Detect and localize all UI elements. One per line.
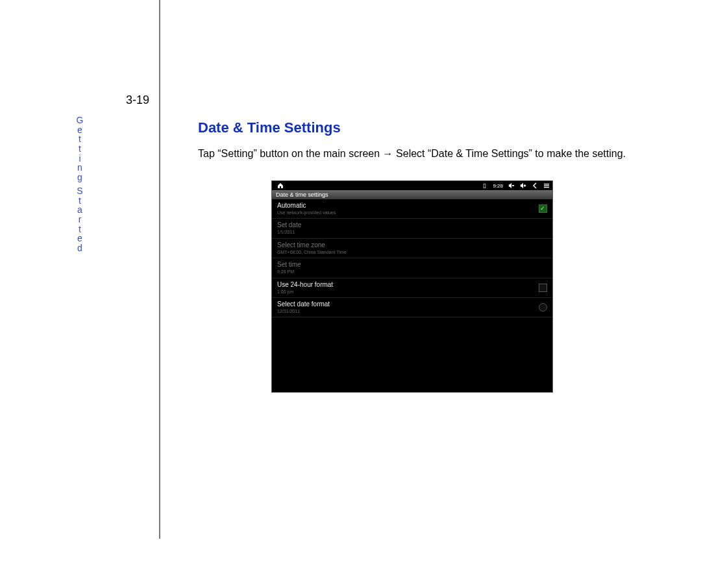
row-control-none bbox=[538, 224, 547, 233]
page-number: 3-19 bbox=[65, 93, 149, 107]
row-subtitle: Use network-provided values bbox=[277, 210, 336, 215]
row-title: Select date format bbox=[277, 300, 330, 308]
row-title: Use 24-hour format bbox=[277, 281, 333, 289]
row-subtitle: GMT+08:00, China Standard Time bbox=[277, 250, 347, 255]
settings-list: Automatic Use network-provided values ✓ … bbox=[272, 199, 552, 317]
svg-rect-4 bbox=[544, 186, 549, 186]
row-subtitle: 12/31/2011 bbox=[277, 309, 330, 314]
status-bar: ▯ 9:28 bbox=[272, 181, 552, 190]
row-title: Automatic bbox=[277, 202, 336, 210]
checkbox-on-icon[interactable]: ✓ bbox=[538, 204, 547, 214]
settings-titlebar: Date & time settings bbox=[272, 190, 552, 199]
row-title: Set date bbox=[277, 221, 301, 229]
row-subtitle: 1:00 pm bbox=[277, 289, 333, 295]
svg-rect-2 bbox=[524, 184, 526, 186]
row-24hour-format[interactable]: Use 24-hour format 1:00 pm bbox=[272, 278, 552, 298]
page-heading: Date & Time Settings bbox=[198, 119, 341, 136]
home-icon[interactable] bbox=[276, 181, 285, 190]
row-set-time[interactable]: Set time 9:28 PM bbox=[272, 258, 552, 278]
back-icon[interactable] bbox=[529, 181, 541, 190]
body-text: Tap “Setting” button on the main screen … bbox=[198, 148, 652, 160]
status-indicator-icon: ▯ bbox=[478, 181, 490, 190]
row-subtitle: 1/1/2011 bbox=[277, 230, 301, 235]
svg-rect-5 bbox=[544, 187, 549, 188]
settings-screenshot: ▯ 9:28 Date & time settings Automatic Us… bbox=[271, 180, 553, 393]
manual-page: 3-19 Getting Started Date & Time Setting… bbox=[0, 0, 701, 588]
svg-rect-3 bbox=[544, 184, 549, 184]
section-label: Getting Started bbox=[75, 116, 86, 253]
checkbox-off-icon[interactable] bbox=[538, 283, 547, 292]
row-set-date[interactable]: Set date 1/1/2011 bbox=[272, 219, 552, 238]
row-automatic[interactable]: Automatic Use network-provided values ✓ bbox=[272, 199, 552, 219]
radio-icon[interactable] bbox=[538, 303, 547, 312]
volume-down-icon[interactable] bbox=[506, 181, 517, 190]
svg-rect-0 bbox=[512, 185, 514, 186]
row-title: Set time bbox=[277, 261, 301, 269]
row-select-timezone[interactable]: Select time zone GMT+08:00, China Standa… bbox=[272, 239, 552, 258]
row-control-none bbox=[538, 263, 547, 273]
row-title: Select time zone bbox=[277, 241, 347, 249]
row-control-none bbox=[538, 243, 547, 252]
volume-up-icon[interactable] bbox=[517, 181, 529, 190]
vertical-divider bbox=[159, 0, 160, 539]
row-subtitle: 9:28 PM bbox=[277, 269, 301, 275]
status-clock: 9:28 bbox=[490, 183, 506, 189]
row-date-format[interactable]: Select date format 12/31/2011 bbox=[272, 298, 552, 317]
menu-icon[interactable] bbox=[541, 181, 552, 190]
